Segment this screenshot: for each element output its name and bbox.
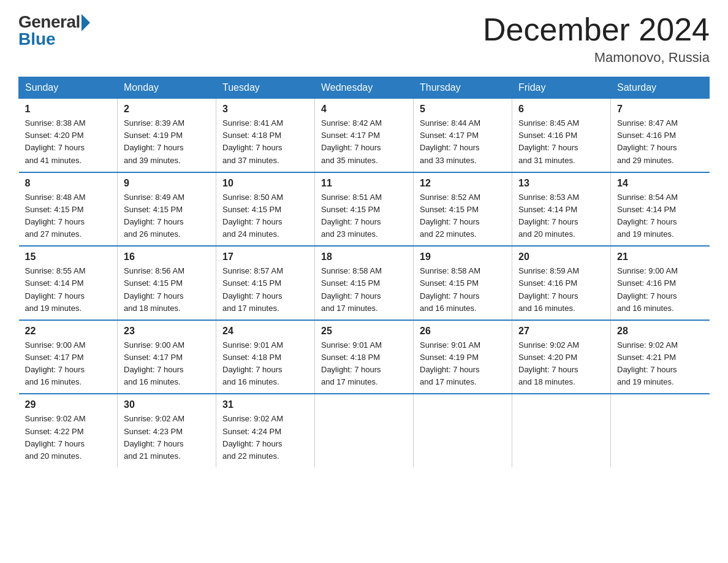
day-number: 12 xyxy=(420,178,506,189)
calendar-cell: 3Sunrise: 8:41 AM Sunset: 4:18 PM Daylig… xyxy=(216,99,315,172)
weekday-header: Monday xyxy=(118,77,216,99)
weekday-header: Sunday xyxy=(19,77,118,99)
day-info: Sunrise: 8:51 AM Sunset: 4:15 PM Dayligh… xyxy=(321,191,407,241)
weekday-header: Friday xyxy=(512,77,611,99)
calendar-cell: 25Sunrise: 9:01 AM Sunset: 4:18 PM Dayli… xyxy=(315,320,414,394)
day-info: Sunrise: 8:38 AM Sunset: 4:20 PM Dayligh… xyxy=(25,117,112,167)
page-header: General Blue December 2024 Mamonovo, Rus… xyxy=(18,12,710,66)
calendar-cell: 26Sunrise: 9:01 AM Sunset: 4:19 PM Dayli… xyxy=(414,320,512,394)
day-number: 18 xyxy=(321,251,407,262)
calendar-cell: 11Sunrise: 8:51 AM Sunset: 4:15 PM Dayli… xyxy=(315,172,414,247)
day-info: Sunrise: 9:02 AM Sunset: 4:21 PM Dayligh… xyxy=(617,339,703,389)
day-number: 4 xyxy=(321,104,407,115)
calendar-cell: 6Sunrise: 8:45 AM Sunset: 4:16 PM Daylig… xyxy=(512,99,611,172)
day-info: Sunrise: 9:01 AM Sunset: 4:18 PM Dayligh… xyxy=(321,339,407,389)
calendar-cell xyxy=(512,394,611,467)
weekday-header: Thursday xyxy=(414,77,512,99)
day-info: Sunrise: 8:45 AM Sunset: 4:16 PM Dayligh… xyxy=(518,117,604,167)
day-number: 28 xyxy=(617,326,703,337)
day-number: 20 xyxy=(518,251,604,262)
day-info: Sunrise: 8:41 AM Sunset: 4:18 PM Dayligh… xyxy=(222,117,308,167)
day-number: 25 xyxy=(321,326,407,337)
calendar-cell: 15Sunrise: 8:55 AM Sunset: 4:14 PM Dayli… xyxy=(19,246,118,320)
day-info: Sunrise: 8:47 AM Sunset: 4:16 PM Dayligh… xyxy=(617,117,703,167)
month-title: December 2024 xyxy=(483,12,710,47)
title-block: December 2024 Mamonovo, Russia xyxy=(483,12,710,66)
calendar-cell: 27Sunrise: 9:02 AM Sunset: 4:20 PM Dayli… xyxy=(512,320,611,394)
day-number: 7 xyxy=(617,104,703,115)
day-number: 2 xyxy=(124,104,210,115)
day-info: Sunrise: 9:02 AM Sunset: 4:23 PM Dayligh… xyxy=(124,413,210,462)
calendar-cell: 19Sunrise: 8:58 AM Sunset: 4:15 PM Dayli… xyxy=(414,246,512,320)
calendar-cell: 28Sunrise: 9:02 AM Sunset: 4:21 PM Dayli… xyxy=(611,320,710,394)
calendar-cell: 12Sunrise: 8:52 AM Sunset: 4:15 PM Dayli… xyxy=(414,172,512,247)
calendar-cell: 16Sunrise: 8:56 AM Sunset: 4:15 PM Dayli… xyxy=(118,246,216,320)
calendar-cell: 4Sunrise: 8:42 AM Sunset: 4:17 PM Daylig… xyxy=(315,99,414,172)
day-info: Sunrise: 9:01 AM Sunset: 4:18 PM Dayligh… xyxy=(222,339,308,389)
calendar-cell: 7Sunrise: 8:47 AM Sunset: 4:16 PM Daylig… xyxy=(611,99,710,172)
day-number: 23 xyxy=(124,326,210,337)
calendar-cell: 21Sunrise: 9:00 AM Sunset: 4:16 PM Dayli… xyxy=(611,246,710,320)
calendar-week-row: 15Sunrise: 8:55 AM Sunset: 4:14 PM Dayli… xyxy=(19,246,710,320)
calendar-cell: 18Sunrise: 8:58 AM Sunset: 4:15 PM Dayli… xyxy=(315,246,414,320)
day-info: Sunrise: 9:02 AM Sunset: 4:24 PM Dayligh… xyxy=(222,413,308,462)
logo-arrow-icon xyxy=(82,14,90,31)
calendar-cell: 31Sunrise: 9:02 AM Sunset: 4:24 PM Dayli… xyxy=(216,394,315,467)
calendar-cell: 13Sunrise: 8:53 AM Sunset: 4:14 PM Dayli… xyxy=(512,172,611,247)
calendar-cell: 9Sunrise: 8:49 AM Sunset: 4:15 PM Daylig… xyxy=(118,172,216,247)
day-number: 9 xyxy=(124,178,210,189)
day-info: Sunrise: 8:50 AM Sunset: 4:15 PM Dayligh… xyxy=(222,191,308,241)
day-info: Sunrise: 8:55 AM Sunset: 4:14 PM Dayligh… xyxy=(25,265,112,315)
weekday-header: Tuesday xyxy=(216,77,315,99)
day-number: 16 xyxy=(124,251,210,262)
day-number: 31 xyxy=(222,399,308,410)
logo-blue-text: Blue xyxy=(18,29,56,49)
day-number: 19 xyxy=(420,251,506,262)
day-number: 8 xyxy=(25,178,112,189)
day-info: Sunrise: 9:01 AM Sunset: 4:19 PM Dayligh… xyxy=(420,339,506,389)
day-number: 26 xyxy=(420,326,506,337)
calendar-cell: 23Sunrise: 9:00 AM Sunset: 4:17 PM Dayli… xyxy=(118,320,216,394)
logo: General Blue xyxy=(18,12,90,49)
day-number: 5 xyxy=(420,104,506,115)
calendar-cell xyxy=(315,394,414,467)
day-info: Sunrise: 8:53 AM Sunset: 4:14 PM Dayligh… xyxy=(518,191,604,241)
calendar-cell: 14Sunrise: 8:54 AM Sunset: 4:14 PM Dayli… xyxy=(611,172,710,247)
day-number: 13 xyxy=(518,178,604,189)
day-info: Sunrise: 9:00 AM Sunset: 4:16 PM Dayligh… xyxy=(617,265,703,315)
calendar-week-row: 8Sunrise: 8:48 AM Sunset: 4:15 PM Daylig… xyxy=(19,172,710,247)
day-info: Sunrise: 8:52 AM Sunset: 4:15 PM Dayligh… xyxy=(420,191,506,241)
day-info: Sunrise: 8:58 AM Sunset: 4:15 PM Dayligh… xyxy=(321,265,407,315)
day-info: Sunrise: 8:54 AM Sunset: 4:14 PM Dayligh… xyxy=(617,191,703,241)
calendar-cell: 8Sunrise: 8:48 AM Sunset: 4:15 PM Daylig… xyxy=(19,172,118,247)
day-number: 11 xyxy=(321,178,407,189)
day-info: Sunrise: 8:44 AM Sunset: 4:17 PM Dayligh… xyxy=(420,117,506,167)
calendar-week-row: 1Sunrise: 8:38 AM Sunset: 4:20 PM Daylig… xyxy=(19,99,710,172)
calendar-cell: 17Sunrise: 8:57 AM Sunset: 4:15 PM Dayli… xyxy=(216,246,315,320)
day-number: 15 xyxy=(25,251,112,262)
calendar-cell: 30Sunrise: 9:02 AM Sunset: 4:23 PM Dayli… xyxy=(118,394,216,467)
day-number: 29 xyxy=(25,399,112,410)
calendar-cell: 22Sunrise: 9:00 AM Sunset: 4:17 PM Dayli… xyxy=(19,320,118,394)
day-info: Sunrise: 8:58 AM Sunset: 4:15 PM Dayligh… xyxy=(420,265,506,315)
day-number: 22 xyxy=(25,326,112,337)
day-number: 21 xyxy=(617,251,703,262)
calendar-cell: 20Sunrise: 8:59 AM Sunset: 4:16 PM Dayli… xyxy=(512,246,611,320)
calendar-cell: 1Sunrise: 8:38 AM Sunset: 4:20 PM Daylig… xyxy=(19,99,118,172)
location-title: Mamonovo, Russia xyxy=(483,50,710,66)
calendar-cell: 24Sunrise: 9:01 AM Sunset: 4:18 PM Dayli… xyxy=(216,320,315,394)
day-number: 1 xyxy=(25,104,112,115)
day-number: 10 xyxy=(222,178,308,189)
calendar-cell: 29Sunrise: 9:02 AM Sunset: 4:22 PM Dayli… xyxy=(19,394,118,467)
day-number: 6 xyxy=(518,104,604,115)
day-info: Sunrise: 9:02 AM Sunset: 4:22 PM Dayligh… xyxy=(25,413,112,462)
calendar-header-row: SundayMondayTuesdayWednesdayThursdayFrid… xyxy=(19,77,710,99)
calendar-cell: 2Sunrise: 8:39 AM Sunset: 4:19 PM Daylig… xyxy=(118,99,216,172)
day-number: 17 xyxy=(222,251,308,262)
calendar-cell xyxy=(414,394,512,467)
calendar-cell: 10Sunrise: 8:50 AM Sunset: 4:15 PM Dayli… xyxy=(216,172,315,247)
day-info: Sunrise: 9:00 AM Sunset: 4:17 PM Dayligh… xyxy=(124,339,210,389)
calendar-cell: 5Sunrise: 8:44 AM Sunset: 4:17 PM Daylig… xyxy=(414,99,512,172)
day-number: 30 xyxy=(124,399,210,410)
day-info: Sunrise: 8:59 AM Sunset: 4:16 PM Dayligh… xyxy=(518,265,604,315)
